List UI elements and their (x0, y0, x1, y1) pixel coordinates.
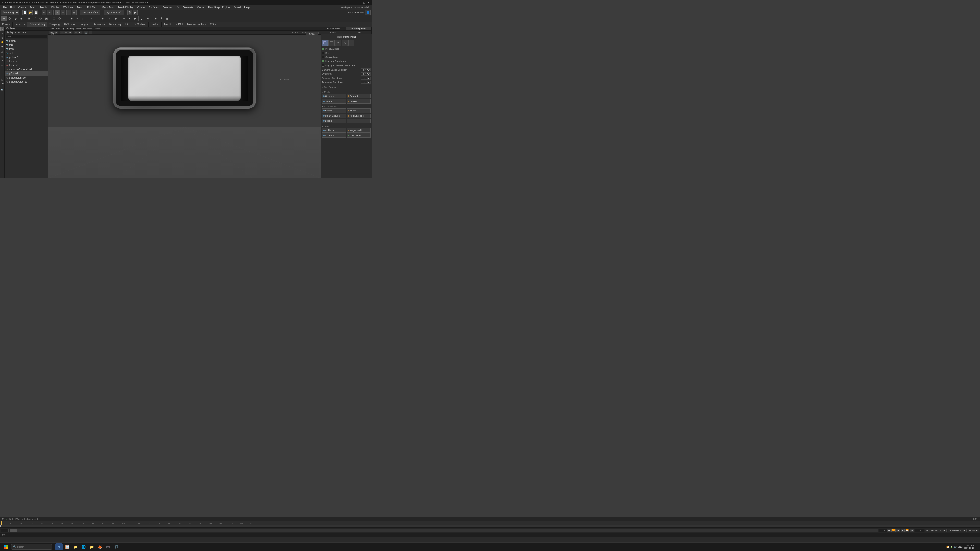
menu-file[interactable]: File (1, 5, 8, 10)
vp-light-btn[interactable]: ☀ (74, 31, 78, 35)
tree-item-locator4[interactable]: ✚ locator4 (5, 63, 48, 67)
tree-item-lightset[interactable]: ◎ defaultLightSet (5, 76, 48, 79)
menu-edit-mesh[interactable]: Edit Mesh (85, 5, 100, 10)
menu-edit[interactable]: Edit (9, 5, 16, 10)
combine-btn[interactable]: ⊔ (88, 16, 94, 21)
tab-arnold[interactable]: Arnold (162, 22, 173, 27)
isolate-btn[interactable]: ⊞ (0, 55, 4, 59)
tab-curves[interactable]: Curves (0, 22, 13, 27)
multicut-btn[interactable]: ✂ (75, 16, 80, 21)
sym-btn[interactable]: Symmetry: Off (103, 10, 124, 15)
sculpt-tool-icon[interactable]: ⊛ (0, 36, 4, 40)
tab-motion-graphics[interactable]: Motion Graphics (185, 22, 208, 27)
outliner-tab-show[interactable]: Show (14, 31, 20, 34)
similar-checkbox[interactable] (322, 56, 325, 59)
viewport-3d[interactable]: 7.508294 ↑ (48, 35, 321, 178)
menu-help[interactable]: Help (243, 5, 251, 10)
tree-item-objectset[interactable]: ◎ defaultObjectSet (5, 79, 48, 84)
outliner-tab-display[interactable]: Display (6, 31, 13, 34)
menu-modify[interactable]: Modify (38, 5, 49, 10)
select-tool-btn[interactable]: ⊹ (1, 16, 6, 21)
skin-btn[interactable]: ⊗ (145, 16, 151, 21)
transform-constraint-select[interactable]: Off (361, 81, 371, 84)
wire-btn[interactable]: ⊡ (0, 63, 4, 67)
separate-btn[interactable]: ⊓ (94, 16, 99, 21)
mt-icon-face[interactable] (328, 40, 334, 46)
tab-xgen[interactable]: XGen (208, 22, 219, 27)
tab-custom[interactable]: Custom (148, 22, 162, 27)
tab-mash[interactable]: MASH (173, 22, 185, 27)
help-tab[interactable]: Help (346, 30, 372, 34)
new-scene-btn[interactable]: 📄 (22, 10, 27, 15)
pivot-btn[interactable]: ⊕ (153, 16, 158, 21)
paint-weights-btn[interactable]: 🖌 (139, 16, 145, 21)
tree-item-side[interactable]: 📷 side (5, 51, 48, 55)
mt-icon-grid[interactable] (348, 40, 355, 46)
separate-btn[interactable]: Separate (347, 94, 371, 98)
menu-generate[interactable]: Generate (181, 5, 195, 10)
highlight-nearest-checkbox[interactable] (322, 64, 325, 67)
snap-curve-btn[interactable]: ⌒ (32, 16, 38, 21)
tree-item-pcube1[interactable]: ■ pCube1 (5, 71, 48, 76)
menu-cache[interactable]: Cache (196, 5, 206, 10)
user-icon[interactable]: 👤 (365, 10, 371, 15)
vp-lighting-menu[interactable]: Lighting (66, 27, 74, 30)
paint-tool-icon[interactable]: 🖌 (0, 32, 4, 35)
menu-select[interactable]: Select (28, 5, 38, 10)
tree-item-top[interactable]: 📷 top (5, 43, 48, 47)
tree-item-locator3[interactable]: ✚ locator3 (5, 59, 48, 63)
drag-checkbox[interactable] (322, 52, 325, 54)
tab-rendering[interactable]: Rendering (107, 22, 123, 27)
quad-draw-btn[interactable]: Quad Draw (347, 133, 371, 138)
extrude-btn[interactable]: ⊡ (51, 16, 57, 21)
search-btn[interactable]: 🔍 (0, 88, 4, 92)
xray-btn[interactable]: ≡ (0, 59, 4, 63)
components-title[interactable]: Components (322, 105, 371, 108)
vp-texture-btn[interactable]: ▣ (68, 31, 72, 35)
soft-sel-btn[interactable]: ◉ (19, 16, 24, 21)
lattice-btn[interactable]: ⬗ (126, 16, 132, 21)
target-weld-btn[interactable]: Target Weld (347, 128, 371, 133)
paint-btn[interactable]: 🖌 (13, 16, 18, 21)
wireframe-btn[interactable]: No Live Surface (80, 10, 100, 15)
subdiv-btn[interactable]: ◈ (113, 16, 118, 21)
component-face[interactable]: □ (0, 78, 4, 82)
save-btn[interactable]: 💾 (34, 10, 38, 15)
tree-item-front[interactable]: 📷 front (5, 47, 48, 51)
open-btn[interactable]: 📂 (28, 10, 33, 15)
tab-animation[interactable]: Animation (91, 22, 107, 27)
render-btn[interactable]: 🎬 (127, 10, 132, 15)
obj-tab[interactable]: Object (321, 30, 346, 34)
tab-surfaces[interactable]: Surfaces (13, 22, 27, 27)
lasso-btn[interactable]: ⬡ (7, 16, 13, 21)
vp-smooth-shade-btn[interactable]: ◉ (64, 31, 68, 35)
component-edge[interactable]: ─ (0, 73, 4, 78)
vp-cam-btn[interactable]: 📷 (84, 31, 88, 35)
menu-surfaces[interactable]: Surfaces (147, 5, 160, 10)
connect-tool-btn[interactable]: Connect (322, 133, 346, 138)
tree-item-pplane1[interactable]: ◆ pPlane1 (5, 55, 48, 59)
ipr-btn[interactable]: ▶ (133, 10, 138, 15)
menu-curves[interactable]: Curves (135, 5, 147, 10)
redo-btn[interactable]: ↪ (47, 10, 52, 15)
menu-arnold[interactable]: Arnold (232, 5, 242, 10)
bevel-comp-btn[interactable]: Bevel (347, 108, 371, 113)
menu-mesh-tools[interactable]: Mesh Tools (100, 5, 116, 10)
combine-btn[interactable]: Combine (322, 94, 346, 98)
tools-title[interactable]: Tools (322, 124, 371, 128)
menu-windows[interactable]: Windows (62, 5, 75, 10)
vp-shadow-btn[interactable]: ◐ (78, 31, 82, 35)
menu-flow[interactable]: Flow Graph Engine (207, 5, 231, 10)
outliner-tab-help[interactable]: Help (21, 31, 26, 34)
tab-fx[interactable]: FX (123, 22, 131, 27)
menu-mesh[interactable]: Mesh (76, 5, 85, 10)
highlight-backfaces-checkbox[interactable] (322, 60, 325, 62)
extrude-comp-btn[interactable]: Extrude (322, 108, 346, 113)
component-uv[interactable]: UV (0, 82, 4, 86)
minimize-btn[interactable]: — (359, 1, 361, 4)
delete-history-btn[interactable]: 🗑 (164, 16, 170, 21)
tab-fx-caching[interactable]: FX Caching (131, 22, 148, 27)
tab-sculpting[interactable]: Sculpting (47, 22, 62, 27)
select-mode-btn[interactable]: ↖ (55, 10, 60, 15)
show-hide-btn[interactable]: 👁 (0, 50, 4, 54)
